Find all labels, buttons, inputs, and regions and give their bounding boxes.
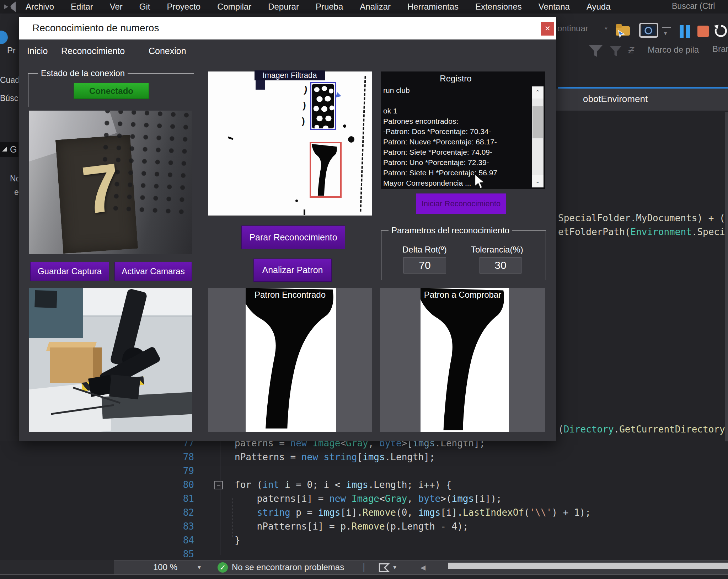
continue-button[interactable]: ontinuar	[557, 23, 588, 33]
indent-guide-line	[232, 498, 232, 537]
noise-dot	[295, 200, 298, 202]
minimize-glyph	[662, 27, 671, 28]
titlebar[interactable]: Reconocimiento de numeros ✕	[19, 17, 556, 39]
code-token: Environment	[631, 227, 692, 237]
code-row[interactable]: 84}	[0, 533, 728, 547]
check-circle-icon: ✓	[218, 562, 228, 573]
log-line: Patrones encontrados:	[383, 116, 530, 126]
mouse-cursor	[473, 174, 487, 190]
line-number: 82	[160, 507, 194, 518]
fold-toggle-icon[interactable]: −	[214, 481, 223, 489]
expand-triangle-icon[interactable]	[2, 147, 7, 153]
code-row[interactable]: 85	[0, 547, 728, 561]
filter-small-icon[interactable]	[609, 45, 624, 58]
scroll-left-icon[interactable]: ◄	[419, 563, 427, 573]
window-bottom-edge	[0, 574, 728, 579]
monitor	[34, 290, 57, 308]
sidebar-item-g[interactable]: G	[10, 144, 17, 155]
code-token: (	[524, 507, 530, 518]
code-line: }	[235, 535, 240, 546]
connected-button[interactable]: Conectado	[74, 83, 149, 99]
save-capture-button[interactable]: Guardar Captura	[30, 262, 109, 281]
log-line: Mayor Correspondencia ...	[383, 178, 530, 188]
menu-ventana[interactable]: Ventana	[539, 2, 570, 12]
editor-tab[interactable]: obotEnviroment	[583, 94, 648, 105]
horizontal-scrollbar[interactable]	[448, 563, 728, 569]
menu-depurar[interactable]: Depurar	[268, 2, 299, 12]
sidebar-item-pr[interactable]: Pr	[7, 46, 16, 55]
log-title: Registro	[381, 74, 530, 84]
menu-ayuda[interactable]: Ayuda	[587, 2, 611, 12]
menu-archivo[interactable]: Archivo	[26, 2, 54, 12]
controller-box	[109, 375, 140, 399]
code-token: imgs	[452, 493, 474, 504]
code-token: >(	[440, 493, 451, 504]
code-row[interactable]: 81 paterns[i] = new Image<Gray, byte>(im…	[0, 492, 728, 506]
stop-icon[interactable]	[697, 26, 709, 37]
start-recognition-button[interactable]: Iniciar Reconocimiento	[416, 193, 506, 214]
code-token: '\\'	[530, 507, 552, 518]
arc-mark: )	[302, 116, 305, 127]
search-box[interactable]: Buscar (Ctrl	[672, 1, 728, 12]
sidebar-item-cuad[interactable]: Cuad	[0, 75, 18, 85]
arc-mark: )	[304, 84, 308, 96]
tolerance-input[interactable]: 30	[480, 257, 521, 273]
code-token	[235, 507, 257, 518]
menu-git[interactable]: Git	[139, 2, 150, 12]
analyze-pattern-button[interactable]: Analizar Patron	[253, 259, 332, 282]
activate-cameras-button[interactable]: Activar Camaras	[114, 262, 192, 281]
restart-icon[interactable]	[713, 23, 728, 39]
log-scrollbar[interactable]: ⌃ ⌄	[532, 86, 544, 187]
filter-icon[interactable]	[587, 43, 604, 58]
tab-reconocimiento[interactable]: Reconocimiento	[61, 46, 125, 56]
pattern-found-image	[246, 288, 336, 432]
detected-digit-box	[310, 142, 342, 198]
chevron-down-icon[interactable]: ˅	[604, 25, 608, 32]
cardboard-box	[50, 347, 93, 383]
sidebar-item-busc[interactable]: Búsc	[0, 94, 18, 103]
line-number: 85	[160, 549, 194, 559]
tag-icon[interactable]	[378, 563, 390, 573]
screen-capture-icon[interactable]	[639, 23, 658, 38]
scroll-up-icon[interactable]: ⌃	[532, 86, 544, 99]
tab-inicio[interactable]: Inicio	[27, 46, 48, 56]
chevron-down-icon[interactable]: ▾	[393, 563, 396, 571]
close-button[interactable]: ✕	[541, 22, 554, 36]
stop-recognition-button[interactable]: Parar Reconocimiento	[241, 225, 345, 249]
pattern-found-label: Patron Encontrado	[208, 290, 372, 300]
menu-extensiones[interactable]: Extensiones	[475, 2, 522, 12]
menu-proyecto[interactable]: Proyecto	[167, 2, 200, 12]
code-line: (Directory.GetCurrentDirectory	[558, 424, 725, 435]
code-row[interactable]: 82 string p = imgs[i].Remove(0, imgs[i].…	[0, 506, 728, 520]
back-nav-icon[interactable]	[0, 31, 8, 44]
code-row[interactable]: 80−for (int i = 0; i < imgs.Length; i++)…	[0, 478, 728, 492]
chevron-down-icon[interactable]: ▾	[664, 30, 667, 37]
delta-rot-input[interactable]: 70	[403, 257, 446, 273]
menu-compilar[interactable]: Compilar	[217, 2, 251, 12]
menu-ver[interactable]: Ver	[110, 2, 123, 12]
code-token: i = 0; i <	[279, 479, 346, 490]
code-row[interactable]: 79	[0, 464, 728, 478]
code-row[interactable]: 83 nPatterns[i] = p.Remove(p.Length - 4)…	[0, 520, 728, 533]
menu-herramientas[interactable]: Herramientas	[407, 2, 459, 12]
code-token: .Length];	[385, 452, 435, 462]
noise-dash	[304, 209, 305, 215]
code-token: SpecialFolder.MyDocuments) + (	[558, 213, 725, 223]
zoom-level[interactable]: 100 %	[153, 562, 177, 572]
code-row[interactable]: 78nPatterns = new string[imgs.Length];	[0, 450, 728, 464]
attach-process-icon[interactable]	[614, 22, 633, 38]
code-line: etFolderPath(Environment.Speci	[558, 227, 725, 237]
scrollbar-thumb[interactable]	[532, 106, 543, 138]
tab-conexion[interactable]: Conexion	[149, 46, 186, 56]
pause-icon[interactable]	[680, 25, 684, 38]
menu-prueba[interactable]: Prueba	[316, 2, 343, 12]
menu-editar[interactable]: Editar	[71, 2, 93, 12]
scroll-down-icon[interactable]: ⌄	[532, 175, 544, 187]
log-lines: run club ok 1Patrones encontrados:-Patro…	[383, 85, 530, 188]
code-token: Directory	[564, 424, 614, 435]
chevron-down-icon[interactable]: ▾	[198, 563, 201, 571]
menu-analizar[interactable]: Analizar	[360, 2, 391, 12]
detected-grid-box	[310, 82, 336, 130]
clear-icon[interactable]: Z	[628, 45, 634, 56]
pause-icon[interactable]	[686, 25, 690, 38]
